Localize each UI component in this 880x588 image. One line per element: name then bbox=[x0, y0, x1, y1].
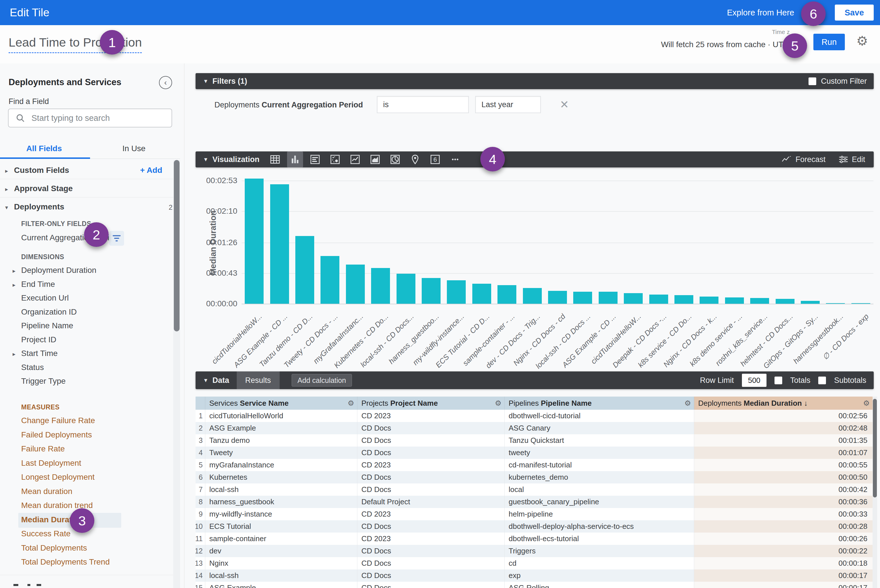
measure-total-deployments[interactable]: Total Deployments bbox=[0, 542, 173, 556]
bar-23[interactable] bbox=[801, 301, 820, 304]
collapse-filters-icon[interactable]: ▾ bbox=[204, 77, 207, 85]
table-cell[interactable]: dbothwell-cicd-tutorial bbox=[505, 410, 694, 422]
table-cell[interactable]: CD Docs bbox=[357, 520, 505, 532]
table-cell-measure[interactable]: 00:01:07 bbox=[694, 447, 872, 459]
bar-14[interactable] bbox=[573, 292, 592, 304]
measure-last-deployment[interactable]: Last Deployment bbox=[0, 457, 173, 471]
table-cell[interactable]: CD Docs bbox=[357, 434, 505, 447]
measure-total-deployments-trend[interactable]: Total Deployments Trend bbox=[0, 556, 173, 570]
collapse-visualization-icon[interactable]: ▾ bbox=[204, 156, 207, 163]
bar-1[interactable] bbox=[245, 178, 263, 304]
table-cell[interactable]: CD 2023 bbox=[357, 532, 505, 545]
measure-mean-duration[interactable]: Mean duration bbox=[0, 485, 173, 499]
bar-10[interactable] bbox=[472, 284, 491, 304]
table-header-pipeline-name[interactable]: Pipelines Pipeline Name⚙ bbox=[505, 397, 694, 410]
viz-area-chart-icon[interactable] bbox=[367, 152, 383, 167]
table-cell[interactable]: local bbox=[505, 483, 694, 496]
table-cell[interactable]: Kubernetes bbox=[205, 471, 357, 483]
table-header-service-name[interactable]: Services Service Name⚙ bbox=[205, 397, 357, 410]
bar-3[interactable] bbox=[295, 236, 314, 304]
table-cell[interactable]: CD Docs bbox=[357, 557, 505, 569]
table-cell[interactable]: tweety bbox=[505, 447, 694, 459]
bar-16[interactable] bbox=[624, 293, 643, 304]
bar-18[interactable] bbox=[674, 295, 693, 304]
bar-4[interactable] bbox=[320, 256, 339, 304]
table-cell[interactable]: my-wildfly-instance bbox=[205, 508, 357, 520]
measure-longest-deployment[interactable]: Longest Deployment bbox=[0, 471, 173, 485]
bar-15[interactable] bbox=[599, 292, 618, 304]
viz-single-value-icon[interactable]: 6 bbox=[427, 152, 443, 167]
table-cell[interactable]: dev bbox=[205, 545, 357, 557]
measure-failed-deployments[interactable]: Failed Deployments bbox=[0, 429, 173, 442]
table-cell[interactable]: ASG Example bbox=[205, 422, 357, 434]
tab-in-use[interactable]: In Use bbox=[122, 144, 146, 153]
bar-25[interactable] bbox=[851, 303, 870, 304]
table-cell[interactable]: CD 2023 bbox=[357, 508, 505, 520]
timezone-selector[interactable]: Time z bbox=[772, 28, 790, 35]
gear-icon[interactable]: ⚙ bbox=[856, 33, 868, 49]
table-cell[interactable]: Tanzu Quickstart bbox=[505, 434, 694, 447]
table-cell-measure[interactable]: 00:00:18 bbox=[694, 557, 872, 569]
forecast-button[interactable]: Forecast bbox=[782, 155, 825, 164]
dimension-trigger-type[interactable]: Trigger Type bbox=[0, 375, 173, 388]
bar-22[interactable] bbox=[776, 299, 794, 304]
table-cell[interactable]: kubernetes_demo bbox=[505, 471, 694, 483]
bar-19[interactable] bbox=[699, 297, 719, 304]
totals-checkbox[interactable] bbox=[775, 376, 782, 384]
bar-13[interactable] bbox=[548, 291, 567, 304]
bar-12[interactable] bbox=[523, 288, 542, 304]
table-cell[interactable]: Nginx bbox=[205, 557, 357, 569]
table-cell[interactable]: dbothwell-ecs-tutorial bbox=[505, 532, 694, 545]
table-cell[interactable]: Default Project bbox=[357, 496, 505, 508]
table-cell[interactable]: harness_guestbook bbox=[205, 496, 357, 508]
table-cell-measure[interactable]: 00:01:35 bbox=[694, 434, 872, 447]
table-scrollbar-thumb[interactable] bbox=[873, 399, 877, 497]
viz-bar-chart-icon[interactable] bbox=[287, 152, 303, 167]
table-cell[interactable]: CD Docs bbox=[357, 582, 505, 588]
tab-all-fields[interactable]: All Fields bbox=[26, 144, 62, 153]
table-cell[interactable]: dbothwell-deploy-alpha-service-to-ecs bbox=[505, 520, 694, 532]
table-cell[interactable]: CD Docs bbox=[357, 471, 505, 483]
table-cell-measure[interactable]: 00:00:33 bbox=[694, 508, 872, 520]
column-gear-icon[interactable]: ⚙ bbox=[863, 399, 870, 408]
table-cell-measure[interactable]: 00:00:36 bbox=[694, 496, 872, 508]
table-cell-measure[interactable]: 00:00:42 bbox=[694, 483, 872, 496]
table-cell[interactable]: CD Docs bbox=[357, 483, 505, 496]
filter-operator-select[interactable]: is bbox=[377, 96, 469, 113]
bar-17[interactable] bbox=[649, 295, 668, 304]
table-header-project-name[interactable]: Projects Project Name⚙ bbox=[357, 397, 505, 410]
table-cell[interactable]: CD Docs bbox=[357, 569, 505, 582]
table-cell[interactable]: Tweety bbox=[205, 447, 357, 459]
table-cell-measure[interactable]: 00:00:26 bbox=[694, 532, 872, 545]
explore-from-here-link[interactable]: Explore from Here bbox=[727, 8, 794, 17]
table-cell[interactable]: myGrafanaInstance bbox=[205, 459, 357, 471]
table-cell[interactable]: local-ssh bbox=[205, 569, 357, 582]
measure-failure-rate[interactable]: Failure Rate bbox=[0, 442, 173, 457]
table-cell[interactable]: guestbook_canary_pipeline bbox=[505, 496, 694, 508]
custom-filter-checkbox[interactable] bbox=[809, 77, 816, 85]
table-cell[interactable]: local-ssh bbox=[205, 483, 357, 496]
table-cell[interactable]: ECS Tutorial bbox=[205, 520, 357, 532]
table-cell[interactable]: CD 2023 bbox=[357, 459, 505, 471]
table-cell[interactable]: CD Docs bbox=[357, 422, 505, 434]
viz-map-pin-icon[interactable] bbox=[407, 152, 423, 167]
table-cell[interactable]: Tanzu demo bbox=[205, 434, 357, 447]
table-cell[interactable]: exp bbox=[505, 569, 694, 582]
viz-scatter-icon[interactable] bbox=[327, 152, 343, 167]
add-calculation-button[interactable]: Add calculation bbox=[292, 374, 352, 387]
table-cell[interactable]: ASG Canary bbox=[505, 422, 694, 434]
run-button[interactable]: Run bbox=[813, 34, 845, 50]
table-cell[interactable]: helm-pipeline bbox=[505, 508, 694, 520]
column-gear-icon[interactable]: ⚙ bbox=[684, 399, 691, 408]
table-cell-measure[interactable]: 00:00:17 bbox=[694, 569, 872, 582]
bar-11[interactable] bbox=[498, 285, 516, 304]
row-limit-input[interactable]: 500 bbox=[742, 374, 767, 387]
table-cell[interactable]: ASG Rolling bbox=[505, 582, 694, 588]
table-cell[interactable]: CD Docs bbox=[357, 545, 505, 557]
save-button[interactable]: Save bbox=[835, 4, 874, 21]
table-cell[interactable]: cicdTutorialHelloWorld bbox=[205, 410, 357, 422]
table-cell-measure[interactable]: 00:02:56 bbox=[694, 410, 872, 422]
table-scrollbar[interactable] bbox=[872, 397, 877, 588]
viz-pie-chart-icon[interactable] bbox=[387, 152, 403, 167]
filter-value-input[interactable]: Last year bbox=[475, 96, 541, 113]
